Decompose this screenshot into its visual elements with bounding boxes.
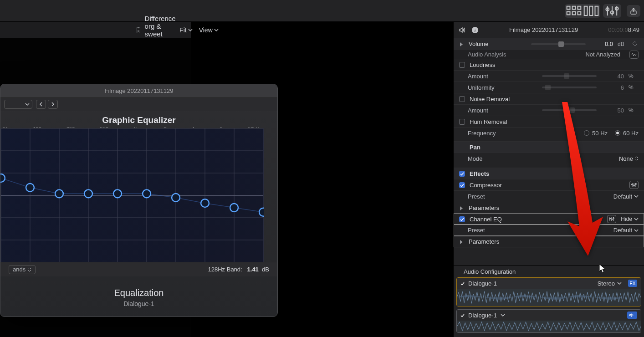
freq-50-option[interactable]: 50 Hz [584,130,608,137]
freq-50-label: 50 Hz [592,130,608,137]
channel-eq-open-button[interactable] [607,215,616,223]
disclosure-icon[interactable] [459,41,464,46]
viewer-header: Difference org & sweet Audio Fit View [0,22,191,38]
compressor-parameters-row[interactable]: Parameters [454,202,644,213]
hum-label: Hum Removal [470,118,639,125]
eq-band-handle[interactable] [0,174,5,182]
channel-eq-parameters-row[interactable]: Parameters [454,236,644,247]
eq-window-title[interactable]: Filmage 20220117131129 [0,84,277,98]
loudness-checkbox[interactable] [459,62,465,68]
compressor-checkbox[interactable] [459,182,465,188]
svg-rect-0 [567,6,570,9]
eq-band-handle[interactable] [259,208,264,216]
track2-mute-badge[interactable] [627,311,637,319]
inspector-title: Filmage 20220117131129 [509,26,578,33]
eq-plugin-title: Graphic Equalizer [0,115,277,125]
channel-eq-preset-row: Preset Default [454,225,644,236]
chevron-down-icon[interactable] [501,313,505,317]
speaker-icon[interactable] [458,26,466,34]
noise-amount-value[interactable]: 50 [601,107,624,114]
fx-badge[interactable]: FX [628,280,637,287]
eq-caption-subtitle: Dialogue-1 [0,300,277,307]
bands-select[interactable]: ands [9,265,36,274]
info-icon[interactable]: i [471,26,479,34]
band-readout-value: 1.41 [247,266,259,273]
bands-label: ands [13,266,26,273]
compressor-preset-select[interactable]: Default [613,193,639,200]
share-button[interactable] [627,5,640,17]
eq-graph[interactable] [0,128,264,263]
svg-rect-2 [578,6,581,9]
view-label: View [199,26,213,34]
chevron-down-icon [188,28,193,32]
audio-analysis-row: Audio Analysis Not Analyzed [454,50,644,59]
loudness-row: Loudness [454,59,644,70]
track1-channel-select[interactable]: Stereo [598,280,622,287]
audio-track-2[interactable]: Dialogue-1 [456,309,641,333]
channel-eq-checkbox[interactable] [459,216,465,222]
freq-60-option[interactable]: 60 Hz [615,130,639,137]
eq-band-handle[interactable] [172,194,180,202]
view-mode-group [565,4,600,18]
loudness-uniformity-value[interactable]: 6 [601,84,624,91]
percent-unit: % [629,84,639,91]
fit-label: Fit [179,26,187,34]
disclosure-icon[interactable] [459,205,464,210]
eq-band-handle[interactable] [201,199,209,207]
eq-band-handle[interactable] [143,189,151,198]
next-preset-button[interactable] [48,100,58,109]
audio-config-title: Audio Configuration [454,266,644,277]
compressor-param-label: Parameters [469,204,639,211]
track1-checkbox[interactable] [460,280,465,287]
effects-checkbox[interactable] [459,171,465,177]
eq-band-handle[interactable] [26,184,34,192]
pan-mode-select[interactable]: None [619,155,639,162]
list-view-icon[interactable] [583,5,599,16]
keyframe-icon[interactable] [632,41,639,47]
noise-checkbox[interactable] [459,96,465,102]
prev-preset-button[interactable] [36,100,46,109]
updown-chevron-icon [635,156,639,161]
audio-track-1[interactable]: Dialogue-1 Stereo FX [456,277,641,306]
channel-eq-preset-select[interactable]: Default [613,227,639,234]
analyze-button[interactable] [629,51,639,59]
svg-rect-7 [590,6,593,15]
svg-rect-8 [595,6,598,15]
percent-unit: % [629,73,639,79]
eq-preset-select[interactable] [4,100,32,109]
compressor-preset-label: Preset [459,193,609,200]
loudness-amount-slider[interactable] [542,75,597,77]
svg-rect-6 [584,6,588,15]
fit-select[interactable]: Fit [179,26,193,34]
loudness-uniformity-slider[interactable] [542,87,597,88]
volume-value[interactable]: 0.0 [590,41,613,47]
pan-mode-label: Mode [459,155,614,162]
frequency-label: Frequency [459,130,579,137]
band-readout: 128Hz Band: 1.41 dB [208,266,269,273]
compressor-open-button[interactable] [629,181,639,189]
mixer-toggle[interactable] [603,4,621,18]
track2-checkbox[interactable] [460,312,465,319]
loudness-uniformity-row: Uniformity 6 % [454,82,644,93]
eq-band-handle[interactable] [230,204,238,212]
eq-footer: ands 128Hz Band: 1.41 dB [0,262,277,276]
volume-slider[interactable] [531,43,586,45]
loudness-amount-value[interactable]: 40 [601,73,624,80]
hum-checkbox[interactable] [459,119,465,125]
channel-eq-hide[interactable]: Hide [621,216,639,222]
percent-unit: % [629,107,639,113]
hum-frequency-row: Frequency 50 Hz 60 Hz [454,127,644,138]
eq-band-handle[interactable] [113,189,122,198]
grid-view-icon[interactable] [566,5,582,16]
eq-band-handle[interactable] [84,189,92,198]
eq-band-handle[interactable] [55,189,63,198]
pan-mode-row: Mode None [454,153,644,164]
view-select[interactable]: View [199,26,219,34]
track2-name: Dialogue-1 [468,312,497,319]
inspector-header: i Filmage 20220117131129 00:00:08:49 [454,22,644,38]
pan-heading: Pan [470,144,639,151]
track2-waveform [457,321,641,332]
eq-plugin-window[interactable]: Filmage 20220117131129 Graphic Equalizer… [0,84,278,317]
noise-amount-slider[interactable] [542,109,597,111]
disclosure-icon[interactable] [459,239,464,244]
